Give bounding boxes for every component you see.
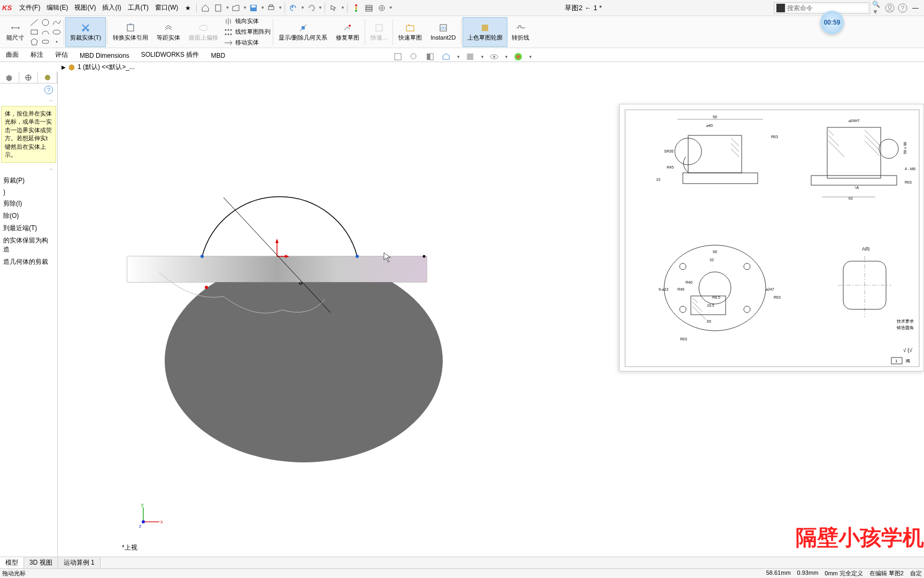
option-paren[interactable]: ) — [2, 187, 55, 197]
svg-point-136 — [142, 520, 145, 523]
open-icon[interactable] — [231, 3, 241, 13]
bottom-tabs: 模型 3D 视图 运动算例 1 — [0, 557, 924, 568]
sketch-entities-group — [28, 17, 63, 47]
mirror-icon[interactable] — [224, 17, 233, 26]
trim-entities-button[interactable]: 剪裁实体(T) — [65, 17, 106, 47]
traffic-icon[interactable] — [351, 3, 361, 13]
tab-motion[interactable]: 运动算例 1 — [58, 557, 101, 568]
tab-addins[interactable]: SOLIDWORKS 插件 — [135, 48, 205, 62]
tab-annotation[interactable]: 标注 — [25, 48, 49, 62]
zoom-area-icon[interactable] — [409, 52, 419, 62]
new-icon[interactable] — [213, 3, 223, 13]
home-icon[interactable] — [201, 3, 210, 13]
select-icon[interactable] — [329, 3, 338, 13]
option-construction[interactable]: 的实体保留为构造 — [2, 234, 55, 256]
option-geo-trim[interactable]: 造几何体的剪裁 — [2, 256, 55, 268]
smart-dimension-button[interactable]: 能尺寸 — [2, 17, 28, 47]
expand-icon[interactable]: ▶ — [61, 64, 66, 70]
star-icon[interactable]: ★ — [183, 3, 192, 13]
menu-tools[interactable]: 工具(T) — [125, 3, 152, 12]
minimize-icon[interactable]: — — [911, 3, 920, 13]
svg-point-58 — [165, 259, 443, 462]
arc-icon[interactable] — [41, 28, 50, 36]
search-box[interactable] — [774, 2, 870, 14]
appearance-icon[interactable] — [513, 52, 523, 62]
svg-point-32 — [228, 33, 229, 35]
print-icon[interactable] — [266, 3, 276, 13]
rectangle-icon[interactable] — [29, 28, 39, 36]
undo-icon[interactable] — [289, 3, 298, 13]
triad[interactable]: x y z — [138, 503, 165, 530]
save-icon[interactable] — [249, 3, 258, 13]
quick-sketch-button[interactable]: 快速草图 — [394, 17, 426, 47]
menu-file[interactable]: 文件(F) — [16, 3, 43, 12]
svg-text:阀: 阀 — [906, 359, 910, 363]
tab-model[interactable]: 模型 — [0, 557, 24, 568]
move-icon[interactable] — [224, 39, 233, 47]
svg-rect-35 — [302, 26, 305, 29]
convert-entities-button[interactable]: 转换实体引用 — [109, 17, 152, 47]
display-style-icon[interactable] — [465, 52, 475, 62]
view-label: *上视 — [122, 543, 137, 552]
line-icon[interactable] — [29, 18, 39, 27]
options-icon[interactable] — [377, 3, 387, 13]
breadcrumb-text[interactable]: 1 (默认) <<默认>_... — [78, 63, 135, 72]
svg-text:1: 1 — [895, 359, 898, 363]
status-bar: 拖动光标 58.61mm 0.93mm 0mm 完全定义 在编辑 草图2 自定 — [0, 568, 924, 578]
pierce-button[interactable]: 转折线 — [507, 17, 534, 47]
menu-edit[interactable]: 编辑(E) — [43, 3, 71, 12]
option-trim-i[interactable]: 剪除(I) — [2, 197, 55, 210]
menu-insert[interactable]: 插入(I) — [99, 3, 124, 12]
circle-icon[interactable] — [41, 18, 50, 27]
slot-icon[interactable] — [41, 37, 50, 46]
help-icon[interactable]: ? — [44, 86, 53, 94]
repair-sketch-button[interactable]: 修复草图 — [332, 17, 364, 47]
ellipse-icon[interactable] — [52, 28, 61, 36]
svg-rect-41 — [482, 25, 488, 31]
zoom-fit-icon[interactable] — [393, 52, 403, 62]
svg-text:↑A: ↑A — [854, 185, 859, 190]
svg-text:铸造圆角: 铸造圆角 — [896, 325, 914, 330]
shaded-sketch-button[interactable]: 上色草图轮廓 — [463, 17, 507, 47]
section-icon[interactable] — [425, 52, 435, 62]
menu-view[interactable]: 视图(V) — [71, 3, 99, 12]
panel-tab-appearance[interactable] — [38, 72, 57, 83]
model-view: ⌀ — [58, 72, 486, 468]
panel-tab-feature[interactable] — [0, 72, 19, 83]
options-list: 剪裁(P) ) 剪除(I) 除(O) 到最近端(T) 的实体保留为构造 造几何体… — [0, 172, 57, 270]
view-orient-icon[interactable] — [441, 52, 451, 62]
surface-offset-button[interactable]: 曲面上偏移 — [184, 17, 222, 47]
option-nearest-t[interactable]: 到最近端(T) — [2, 222, 55, 234]
menu-window[interactable]: 窗口(W) — [152, 3, 181, 12]
tab-mbd-dims[interactable]: MBD Dimensions — [74, 49, 135, 62]
user-icon[interactable] — [885, 3, 895, 13]
graphics-area[interactable]: ⌀ 50 ⌀40 SR20 R45 — [58, 72, 924, 557]
instant2d-button[interactable]: 2D Instant2D — [426, 17, 460, 47]
help-icon[interactable]: ? — [898, 3, 907, 13]
show-relations-button[interactable]: 显示/删除几何关系 — [274, 17, 332, 47]
rebuild-icon[interactable] — [364, 3, 374, 13]
svg-marker-65 — [275, 239, 279, 243]
hide-show-icon[interactable] — [489, 52, 499, 62]
tab-evaluate[interactable]: 评估 — [49, 48, 74, 62]
collapse-icon[interactable]: ︿ — [0, 96, 57, 104]
feature-tabs: 曲面 标注 评估 MBD Dimensions SOLIDWORKS 插件 MB… — [0, 48, 924, 62]
search-input[interactable] — [787, 4, 867, 12]
tab-mbd[interactable]: MBD — [205, 49, 231, 62]
quick-button[interactable]: 快速... — [366, 17, 391, 47]
option-remove-o[interactable]: 除(O) — [2, 210, 55, 222]
panel-tab-config[interactable] — [19, 72, 38, 83]
pattern-icon[interactable] — [224, 28, 233, 36]
spline-icon[interactable] — [52, 18, 61, 27]
search-dropdown-icon[interactable]: 🔍▼ — [872, 3, 882, 13]
svg-point-63 — [423, 255, 426, 258]
offset-entities-button[interactable]: 等距实体 — [152, 17, 184, 47]
point-icon[interactable] — [52, 37, 61, 46]
tab-3dview[interactable]: 3D 视图 — [24, 557, 58, 568]
polygon-icon[interactable] — [29, 37, 39, 46]
redo-icon[interactable] — [306, 3, 316, 13]
option-trim-p[interactable]: 剪裁(P) — [2, 174, 55, 187]
svg-point-29 — [228, 29, 229, 31]
tab-surface[interactable]: 曲面 — [0, 48, 25, 62]
collapse-icon[interactable]: ︿ — [0, 165, 57, 172]
